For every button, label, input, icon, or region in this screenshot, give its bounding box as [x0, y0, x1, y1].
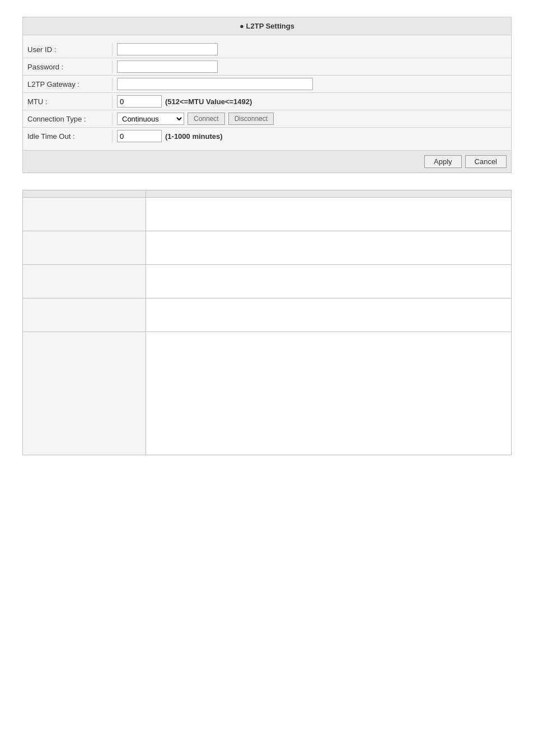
l2tp-settings-panel: ● L2TP Settings User ID : Password : L2T…	[22, 17, 512, 173]
idle-timeout-label: Idle Time Out :	[23, 130, 113, 143]
cancel-button[interactable]: Cancel	[465, 155, 507, 168]
panel-footer: Apply Cancel	[23, 150, 511, 172]
l2tp-gateway-label: L2TP Gateway :	[23, 78, 113, 91]
panel-title: L2TP Settings	[246, 22, 294, 30]
connection-type-select[interactable]: Continuous Connect on Demand Manual	[117, 113, 184, 125]
l2tp-gateway-input[interactable]	[117, 78, 313, 90]
user-id-row: User ID :	[23, 41, 511, 58]
panel-body: User ID : Password : L2TP Gateway :	[23, 35, 511, 150]
idle-timeout-input[interactable]	[117, 130, 162, 142]
mtu-hint: (512<=MTU Value<=1492)	[165, 97, 252, 106]
page-container: ● L2TP Settings User ID : Password : L2T…	[0, 0, 534, 472]
table-row	[23, 265, 512, 298]
l2tp-gateway-value	[113, 76, 511, 92]
table-header-col2	[146, 190, 512, 198]
idle-hint: (1-1000 minutes)	[165, 132, 223, 141]
table-cell-value-1	[146, 198, 512, 231]
table-row	[23, 298, 512, 332]
table-cell-label-3	[23, 265, 146, 298]
table-row	[23, 332, 512, 455]
user-id-input[interactable]	[117, 43, 218, 55]
idle-timeout-row: Idle Time Out : (1-1000 minutes)	[23, 128, 511, 144]
password-label: Password :	[23, 60, 113, 73]
table-cell-label-4	[23, 298, 146, 332]
table-row	[23, 198, 512, 231]
user-id-value	[113, 41, 511, 58]
table-cell-label-1	[23, 198, 146, 231]
table-row	[23, 231, 512, 265]
connect-button[interactable]: Connect	[188, 113, 225, 125]
panel-header: ● L2TP Settings	[23, 17, 511, 35]
info-table	[22, 190, 512, 455]
apply-button[interactable]: Apply	[424, 155, 462, 168]
header-bullet: ●	[240, 22, 244, 30]
table-cell-value-2	[146, 231, 512, 265]
l2tp-gateway-row: L2TP Gateway :	[23, 76, 511, 93]
table-cell-label-5	[23, 332, 146, 455]
user-id-label: User ID :	[23, 43, 113, 56]
table-cell-value-3	[146, 265, 512, 298]
connection-type-label: Connection Type :	[23, 113, 113, 125]
mtu-value-container: (512<=MTU Value<=1492)	[113, 93, 511, 110]
table-header-row	[23, 190, 512, 198]
table-header-col1	[23, 190, 146, 198]
table-cell-value-4	[146, 298, 512, 332]
password-input[interactable]	[117, 60, 218, 73]
table-cell-label-2	[23, 231, 146, 265]
connection-type-value-container: Continuous Connect on Demand Manual Conn…	[113, 110, 511, 127]
idle-timeout-value-container: (1-1000 minutes)	[113, 128, 511, 144]
mtu-input[interactable]	[117, 95, 162, 108]
table-cell-value-5	[146, 332, 512, 455]
mtu-label: MTU :	[23, 95, 113, 108]
password-row: Password :	[23, 58, 511, 76]
mtu-row: MTU : (512<=MTU Value<=1492)	[23, 93, 511, 110]
password-value	[113, 58, 511, 75]
connection-type-row: Connection Type : Continuous Connect on …	[23, 110, 511, 128]
disconnect-button[interactable]: Disconnect	[228, 113, 274, 125]
